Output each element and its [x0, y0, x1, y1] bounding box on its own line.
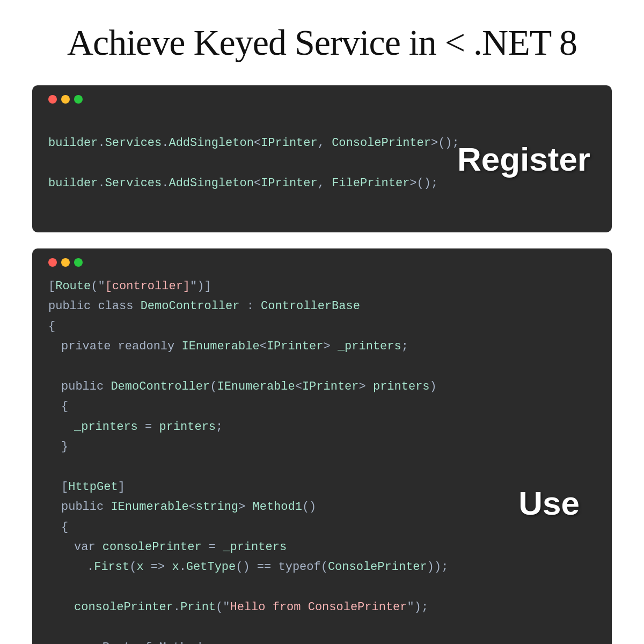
dot-yellow-register	[61, 95, 70, 104]
use-line5	[48, 357, 596, 377]
register-line1	[48, 113, 596, 133]
use-line4: private readonly IEnumerable<IPrinter> _…	[48, 336, 596, 356]
dot-yellow-use	[61, 258, 70, 267]
use-line17: consolePrinter.Print("Hello from Console…	[48, 597, 596, 617]
use-line16	[48, 577, 596, 597]
use-line11: [HttpGet]	[48, 477, 596, 497]
use-label: Use	[518, 484, 580, 522]
use-line9: }	[48, 437, 596, 457]
dot-green-use	[74, 258, 83, 267]
use-line10	[48, 457, 596, 477]
register-code-block: builder.Services.AddSingleton<IPrinter, …	[32, 85, 612, 232]
page-container: Achieve Keyed Service in < .NET 8 builde…	[0, 0, 644, 644]
use-line13: {	[48, 517, 596, 537]
use-line8: _printers = printers;	[48, 417, 596, 437]
use-line2: public class DemoController : Controller…	[48, 296, 596, 316]
use-code-block: [Route("[controller]")] public class Dem…	[32, 248, 612, 644]
page-title: Achieve Keyed Service in < .NET 8	[67, 21, 577, 64]
traffic-lights-register	[48, 95, 596, 104]
dot-red-use	[48, 258, 57, 267]
register-label: Register	[457, 140, 590, 178]
use-line19: ... Rest of Method ...	[48, 638, 596, 644]
dot-green-register	[74, 95, 83, 104]
use-line1: [Route("[controller]")]	[48, 276, 596, 296]
traffic-lights-use	[48, 258, 596, 267]
use-line7: {	[48, 397, 596, 416]
use-line18	[48, 618, 596, 638]
use-line12: public IEnumerable<string> Method1()	[48, 497, 596, 517]
use-line6: public DemoController(IEnumerable<IPrint…	[48, 377, 596, 397]
use-code-content: [Route("[controller]")] public class Dem…	[48, 276, 596, 644]
use-line15: .First(x => x.GetType() == typeof(Consol…	[48, 557, 596, 577]
use-line14: var consolePrinter = _printers	[48, 537, 596, 557]
use-line3: {	[48, 317, 596, 336]
dot-red-register	[48, 95, 57, 104]
register-line5	[48, 194, 596, 214]
